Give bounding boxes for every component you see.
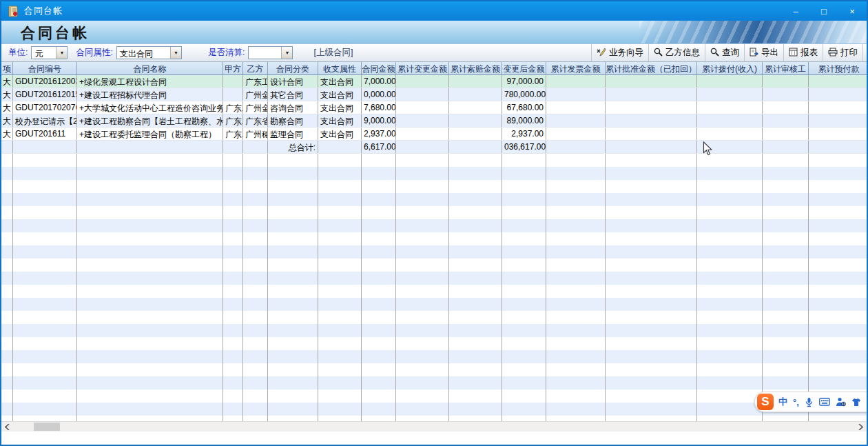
page-title: 合同台帐 — [21, 23, 90, 43]
column-header-2[interactable]: 合同名称 — [77, 62, 223, 74]
cell — [13, 403, 77, 416]
toolbar-button-6[interactable]: 向导 — [862, 44, 867, 61]
maximize-button[interactable]: □ — [812, 3, 836, 19]
column-header-13[interactable]: 累计拨付(收入) — [697, 62, 763, 74]
column-header-15[interactable]: 累计预付款 — [809, 62, 867, 74]
toolbar-button-1[interactable]: 乙方信息 — [648, 44, 705, 61]
cell — [13, 376, 77, 389]
cell — [362, 389, 396, 403]
svg-text:17: 17 — [842, 402, 846, 406]
cell — [697, 389, 763, 403]
cell — [318, 324, 362, 337]
cell — [606, 88, 697, 101]
punctuation-icon[interactable]: °, — [793, 397, 799, 407]
cell — [268, 389, 318, 403]
cell: 7,680.00 — [362, 101, 396, 114]
chevron-down-icon[interactable]: ▼ — [56, 47, 67, 59]
cell — [502, 350, 546, 363]
horizontal-scrollbar[interactable] — [1, 421, 867, 432]
toolbar-button-2[interactable]: 查询 — [705, 44, 744, 61]
column-header-8[interactable]: 累计变更金额 — [396, 62, 449, 74]
cell — [243, 259, 268, 272]
unit-select[interactable]: 元 ▼ — [31, 46, 68, 59]
skin-shirt-icon[interactable] — [851, 398, 861, 407]
column-header-12[interactable]: 累计批准金额（已扣回） — [606, 62, 697, 74]
cell — [809, 141, 867, 153]
scrollbar-thumb[interactable] — [34, 423, 60, 431]
toolbar-button-0[interactable]: 业务向导 — [591, 44, 648, 61]
cell — [606, 245, 697, 259]
column-header-10[interactable]: 变更后金额 — [502, 62, 546, 74]
sogou-logo-icon[interactable]: S — [757, 394, 774, 410]
ime-toolbar[interactable]: S 中°,17 — [754, 392, 868, 412]
cell: 广东工 — [223, 101, 243, 114]
column-header-1[interactable]: 合同编号 — [13, 62, 77, 74]
cell — [606, 285, 697, 298]
cell — [362, 272, 396, 285]
title-bar: 合同台帐 – □ × — [1, 1, 867, 21]
chevron-down-icon[interactable]: ▼ — [281, 47, 292, 59]
column-header-9[interactable]: 累计索赔金额 — [449, 62, 502, 74]
column-header-11[interactable]: 累计发票金额 — [546, 62, 606, 74]
column-header-7[interactable]: 合同金额 — [362, 62, 396, 74]
chevron-down-icon[interactable]: ▼ — [170, 47, 181, 59]
cell — [1, 350, 13, 363]
cell — [268, 403, 318, 416]
cell — [546, 298, 606, 311]
cell: 设计合同 — [268, 75, 318, 88]
cell — [546, 376, 606, 389]
cell — [502, 285, 546, 298]
close-button[interactable]: × — [840, 3, 864, 19]
cell — [396, 324, 449, 337]
toolbar-button-5[interactable]: 打印 — [823, 44, 862, 61]
cell — [77, 350, 223, 363]
cell — [606, 259, 697, 272]
table-row[interactable]: 大GDUT201612015+建设工程招标代理合同广州金其它合同支出合同0,00… — [1, 88, 867, 101]
person-badge-icon[interactable]: 17 — [836, 397, 846, 407]
keyboard-icon[interactable] — [819, 398, 830, 406]
table-row[interactable]: 大GDUT201702076+大学城文化活动中心工程造价咨询业务广东工广州金咨询… — [1, 101, 867, 114]
table-row[interactable]: 大GDUT201611+建设工程委托监理合同（勘察工程）广东工广州穗监理合同支出… — [1, 128, 867, 141]
cell — [763, 416, 809, 421]
chinese-mode-icon[interactable]: 中 — [778, 396, 787, 408]
cell — [606, 389, 697, 403]
cell — [763, 180, 809, 193]
cell — [763, 75, 809, 88]
cell: 2,937.00 — [362, 128, 396, 140]
minimize-button[interactable]: – — [784, 3, 807, 19]
search-icon — [654, 48, 663, 59]
table-row[interactable]: 大校办登记请示【2+建设工程勘察合同【岩土工程勘察、水广东工广东省勘察合同支出合… — [1, 114, 867, 128]
microphone-icon[interactable] — [805, 397, 814, 407]
column-header-3[interactable]: 甲方 — [223, 62, 243, 74]
cell: 9,000.00 — [362, 114, 396, 127]
cell — [223, 180, 243, 193]
column-header-4[interactable]: 乙方 — [243, 62, 268, 74]
contract-attr-select[interactable]: 支出合同 ▼ — [116, 46, 182, 59]
cell — [396, 141, 449, 153]
cell — [223, 376, 243, 389]
cell — [318, 363, 362, 376]
cell — [502, 232, 546, 245]
table-row[interactable]: 大GDUT201612003+绿化景观工程设计合同广东工设计合同支出合同7,00… — [1, 75, 867, 88]
cell — [243, 219, 268, 232]
scroll-left-arrow[interactable] — [1, 422, 13, 432]
empty-row — [1, 324, 867, 337]
column-header-6[interactable]: 收支属性 — [318, 62, 362, 74]
cell — [763, 259, 809, 272]
cell — [546, 154, 606, 167]
scroll-right-arrow[interactable] — [855, 422, 867, 432]
parent-contract-link[interactable]: [上级合同] — [313, 47, 353, 59]
column-header-5[interactable]: 合同分类 — [268, 62, 318, 74]
settled-select[interactable]: ▼ — [248, 46, 293, 59]
toolbar-button-4[interactable]: 报表 — [783, 44, 823, 61]
cell — [396, 180, 449, 193]
total-row[interactable]: 总合计:6,617.00036,617.00 — [1, 141, 867, 154]
cell — [809, 285, 867, 298]
cell — [697, 141, 763, 153]
column-header-0[interactable]: 项 — [1, 62, 13, 74]
column-header-14[interactable]: 累计审核工 — [763, 62, 809, 74]
cell — [502, 180, 546, 193]
cell — [546, 193, 606, 206]
toolbar-button-3[interactable]: 导出 — [744, 44, 783, 61]
cell — [763, 298, 809, 311]
